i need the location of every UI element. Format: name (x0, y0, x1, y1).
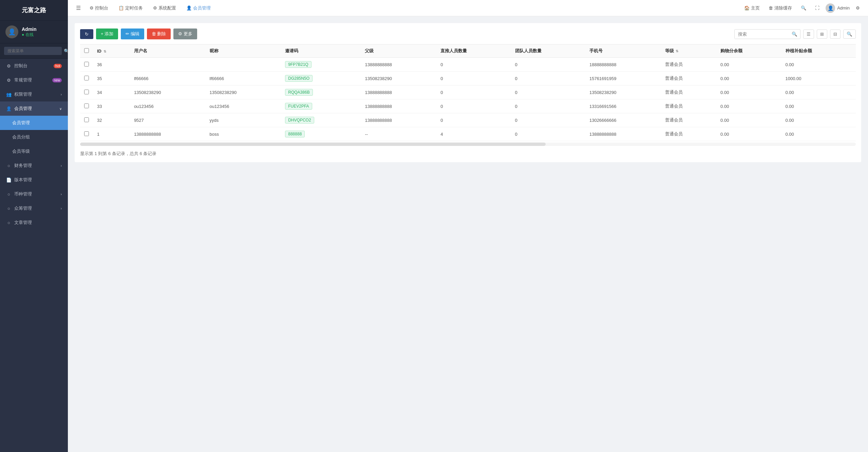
row-subsidy-balance: 0.00 (781, 86, 856, 99)
refresh-button[interactable]: ↻ (80, 29, 93, 39)
topnav-member[interactable]: 👤 会员管理 (182, 3, 215, 13)
grid-view-button[interactable]: ⊞ (817, 30, 827, 39)
settings-icon: ⚙ (856, 5, 860, 11)
topnav-sysconfig[interactable]: ⚙ 系统配置 (149, 3, 180, 13)
sidebar-item-label: 会员管理 (12, 120, 30, 126)
row-shopping-balance: 0.00 (716, 99, 781, 113)
table-row: 1 13888888888 boss 888888 -- 4 0 1388888… (80, 127, 856, 141)
sidebar-item-currency[interactable]: ○ 币种管理 › (0, 187, 68, 201)
topnav-home-btn[interactable]: 🏠 主页 (741, 4, 762, 13)
table-row: 32 9527 yyds DHVQPCO2 13888888888 0 0 13… (80, 113, 856, 127)
currency-icon: ○ (6, 192, 12, 197)
row-team-count: 0 (511, 58, 585, 72)
crowdfund-icon: ○ (6, 206, 12, 211)
sort-icon[interactable]: ⇅ (103, 50, 106, 53)
sidebar-item-member-group[interactable]: 会员分组 (0, 130, 68, 144)
row-direct-count: 0 (436, 113, 511, 127)
new-badge: new (52, 78, 62, 82)
row-direct-count: 4 (436, 127, 511, 141)
sysconfig-nav-icon: ⚙ (153, 5, 157, 11)
sidebar-item-label: 众筹管理 (14, 205, 32, 211)
dashboard-nav-icon: ⚙ (90, 5, 94, 11)
content-panel: ↻ + 添加 ✏ 编辑 🗑 删除 ⚙ 更多 🔍 ☰ ⊞ ⊟ 🔍 (75, 23, 861, 162)
table-view-button[interactable]: ☰ (803, 30, 814, 39)
sidebar-user: 👤 Admin 在线 (0, 21, 68, 43)
row-id: 35 (93, 72, 130, 86)
row-checkbox (80, 58, 93, 72)
row-shopping-balance: 0.00 (716, 72, 781, 86)
sidebar-item-version[interactable]: 📄 版本管理 (0, 173, 68, 187)
sidebar-item-general[interactable]: ⚙ 常规管理 new (0, 73, 68, 87)
topnav-member-label: 会员管理 (193, 5, 211, 11)
row-direct-count: 0 (436, 72, 511, 86)
row-team-count: 0 (511, 99, 585, 113)
row-select-checkbox[interactable] (84, 62, 89, 67)
sidebar-item-permission[interactable]: 👥 权限管理 › (0, 87, 68, 101)
sidebar-item-article[interactable]: ○ 文章管理 (0, 215, 68, 230)
row-parent: 13508238290 (361, 72, 436, 86)
admin-avatar: 👤 (826, 3, 835, 13)
row-username: 13888888888 (130, 127, 206, 141)
row-checkbox (80, 99, 93, 113)
menu-toggle-icon[interactable]: ☰ (73, 3, 83, 13)
delete-button[interactable]: 🗑 删除 (147, 29, 171, 39)
row-team-count: 0 (511, 127, 585, 141)
finance-icon: ○ (6, 163, 12, 168)
search-input[interactable] (735, 30, 789, 39)
row-team-count: 0 (511, 86, 585, 99)
th-team-count: 团队人员数量 (511, 44, 585, 58)
filter-button[interactable]: ⊟ (830, 30, 841, 39)
topnav-dashboard[interactable]: ⚙ 控制台 (86, 3, 112, 13)
sidebar-nav: ⚙ 控制台 hot ⚙ 常规管理 new 👥 权限管理 › 👤 会员管理 ∨ 会… (0, 59, 68, 452)
add-button[interactable]: + 添加 (96, 29, 118, 39)
sidebar-item-member-parent[interactable]: 👤 会员管理 ∨ (0, 101, 68, 116)
sidebar-item-member-level[interactable]: 会员等级 (0, 144, 68, 158)
sidebar-item-finance[interactable]: ○ 财务管理 › (0, 158, 68, 173)
topnav-clear-cache-btn[interactable]: 🗑 清除缓存 (766, 4, 795, 13)
row-nickname: ou123456 (206, 99, 281, 113)
sidebar-item-dashboard[interactable]: ⚙ 控制台 hot (0, 59, 68, 73)
sidebar-item-label: 常规管理 (14, 77, 32, 83)
row-username: lf66666 (130, 72, 206, 86)
sort-icon-level[interactable]: ⇅ (676, 49, 678, 53)
row-username: 13508238290 (130, 86, 206, 99)
topnav-search-btn[interactable]: 🔍 (798, 4, 809, 12)
row-subsidy-balance: 0.00 (781, 113, 856, 127)
row-parent: 13888888888 (361, 113, 436, 127)
topnav-admin: 👤 Admin (826, 3, 850, 13)
sidebar-item-label: 财务管理 (14, 163, 32, 169)
row-level: 普通会员 (661, 72, 716, 86)
sidebar: 元富之路 👤 Admin 在线 🔍 ⚙ 控制台 hot ⚙ 常规管理 new 👥… (0, 0, 68, 452)
pagination-info: 显示第 1 到第 6 条记录，总共 6 条记录 (80, 151, 856, 157)
row-level: 普通会员 (661, 99, 716, 113)
sidebar-search-icon[interactable]: 🔍 (64, 49, 68, 54)
row-select-checkbox[interactable] (84, 103, 89, 108)
th-nickname: 昵称 (206, 44, 281, 58)
row-subsidy-balance: 0.00 (781, 58, 856, 72)
row-parent: 13888888888 (361, 58, 436, 72)
search-button[interactable]: 🔍 (789, 30, 800, 39)
row-username: 9527 (130, 113, 206, 127)
column-settings-button[interactable]: 🔍 (843, 30, 856, 39)
table-row: 36 9FP7B21Q 13888888888 0 0 18888888888 … (80, 58, 856, 72)
row-direct-count: 0 (436, 58, 511, 72)
sidebar-item-crowdfund[interactable]: ○ 众筹管理 › (0, 201, 68, 215)
topnav-schedule[interactable]: 📋 定时任务 (114, 3, 147, 13)
row-select-checkbox[interactable] (84, 76, 89, 80)
topnav-settings-btn[interactable]: ⚙ (853, 4, 863, 12)
row-select-checkbox[interactable] (84, 117, 89, 122)
user-status: 在线 (22, 32, 37, 38)
sidebar-search-input[interactable] (4, 47, 62, 55)
topnav: ☰ ⚙ 控制台 📋 定时任务 ⚙ 系统配置 👤 会员管理 🏠 主页 🗑 清除缓存 (68, 0, 868, 16)
main-wrapper: ☰ ⚙ 控制台 📋 定时任务 ⚙ 系统配置 👤 会员管理 🏠 主页 🗑 清除缓存 (68, 0, 868, 452)
sidebar-item-member-mgmt[interactable]: 会员管理 (0, 116, 68, 130)
table-scrollbar[interactable] (80, 143, 856, 146)
row-select-checkbox[interactable] (84, 131, 89, 136)
row-select-checkbox[interactable] (84, 90, 89, 94)
toolbar-right: 🔍 ☰ ⊞ ⊟ 🔍 (734, 29, 856, 39)
edit-button[interactable]: ✏ 编辑 (121, 29, 144, 39)
more-button[interactable]: ⚙ 更多 (173, 29, 197, 39)
topnav-fullscreen-btn[interactable]: ⛶ (812, 4, 822, 12)
row-direct-count: 0 (436, 86, 511, 99)
select-all-checkbox[interactable] (84, 48, 89, 53)
